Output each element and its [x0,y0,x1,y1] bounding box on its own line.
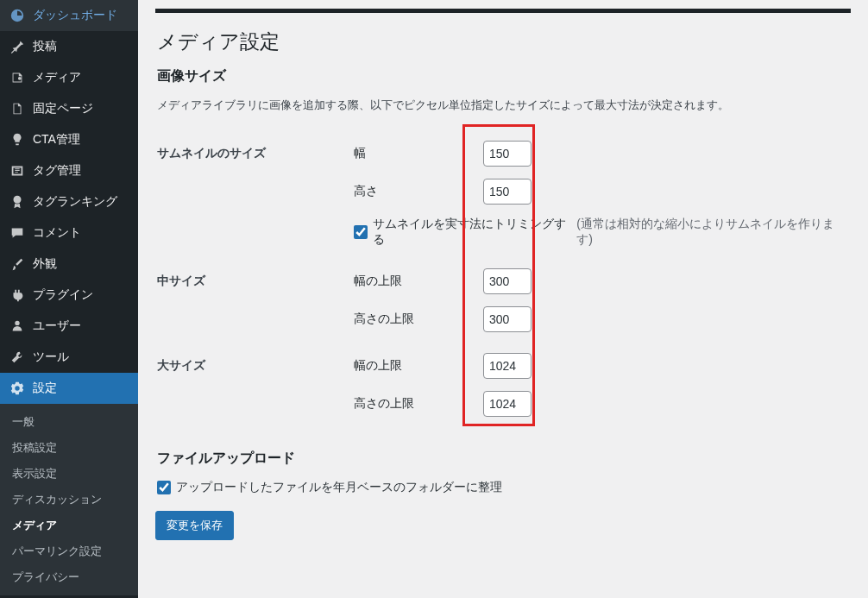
upload-organize-label: アップロードしたファイルを年月ベースのフォルダーに整理 [176,480,502,495]
sidebar-item-posts[interactable]: 投稿 [0,31,138,62]
award-icon [9,193,26,211]
sidebar-item-label: CTA管理 [33,132,80,148]
thumbnail-crop-hint: (通常は相対的な縮小によりサムネイルを作ります) [576,217,842,248]
medium-height-input[interactable] [483,306,531,332]
submenu-reading[interactable]: 表示設定 [0,461,138,487]
submenu-media[interactable]: メディア [0,513,138,538]
save-button[interactable]: 変更を保存 [155,511,234,540]
thumbnail-height-input[interactable] [483,179,531,205]
sidebar-item-pages[interactable]: 固定ページ [0,93,138,124]
medium-width-input[interactable] [483,268,531,294]
plugin-icon [9,286,26,304]
submenu-general[interactable]: 一般 [0,409,138,435]
image-sizes-heading: 画像サイズ [157,67,851,85]
sidebar-item-media[interactable]: メディア [0,62,138,93]
media-icon [9,69,26,86]
upload-heading: ファイルアップロード [157,450,851,468]
page-title: メディア設定 [157,28,851,55]
sidebar-item-label: 外観 [33,256,57,272]
large-height-label: 高さの上限 [354,396,483,412]
sidebar-item-tags[interactable]: タグ管理 [0,155,138,186]
large-width-label: 幅の上限 [354,358,483,374]
sidebar-item-label: ユーザー [33,318,81,334]
admin-sidebar: ダッシュボード 投稿 メディア 固定ページ CTA管理 タグ管理 [0,0,138,598]
submenu-privacy[interactable]: プライバシー [0,564,138,590]
thumbnail-width-input[interactable] [483,141,531,167]
sidebar-item-plugins[interactable]: プラグイン [0,280,138,311]
sidebar-item-label: メディア [33,70,81,85]
user-icon [9,318,26,335]
sidebar-item-label: タグランキング [33,194,117,210]
medium-width-label: 幅の上限 [354,274,483,289]
thumbnail-crop-checkbox[interactable] [354,225,368,239]
image-sizes-desc: メディアライブラリに画像を追加する際、以下でピクセル単位指定したサイズによって最… [157,98,851,113]
pin-icon [9,38,26,55]
sidebar-item-users[interactable]: ユーザー [0,311,138,342]
sidebar-item-label: コメント [33,225,81,241]
bulb-icon [9,131,26,148]
sidebar-item-cta[interactable]: CTA管理 [0,124,138,155]
tool-icon [9,349,26,366]
main-content: メディア設定 画像サイズ メディアライブラリに画像を追加する際、以下でピクセル単… [138,0,868,598]
sidebar-item-label: 固定ページ [33,101,93,116]
sidebar-item-dashboard[interactable]: ダッシュボード [0,0,138,31]
settings-icon [9,380,26,397]
sidebar-item-label: ダッシュボード [33,8,117,23]
comment-icon [9,224,26,242]
sidebar-item-tools[interactable]: ツール [0,342,138,373]
sidebar-item-comments[interactable]: コメント [0,217,138,249]
tag-icon [9,162,26,179]
admin-bar [155,9,851,13]
medium-row-label: 中サイズ [155,258,345,343]
submenu-discussion[interactable]: ディスカッション [0,487,138,513]
large-width-input[interactable] [483,353,531,379]
sidebar-item-settings[interactable]: 設定 [0,373,138,404]
thumbnail-crop-label: サムネイルを実寸法にトリミングする [373,217,572,248]
sidebar-item-label: 設定 [33,381,57,396]
medium-height-label: 高さの上限 [354,312,483,327]
sidebar-item-tag-ranking[interactable]: タグランキング [0,186,138,217]
large-row-label: 大サイズ [155,343,345,427]
image-sizes-table: サムネイルのサイズ 幅 高さ サムネイルを実寸法にトリミングする (通常は相対的… [155,130,851,427]
settings-submenu: 一般 投稿設定 表示設定 ディスカッション メディア パーマリンク設定 プライバ… [0,404,138,595]
submenu-writing[interactable]: 投稿設定 [0,435,138,461]
page-icon [9,100,26,117]
thumbnail-width-label: 幅 [354,146,483,161]
upload-organize-checkbox[interactable] [157,481,171,494]
submenu-permalink[interactable]: パーマリンク設定 [0,538,138,564]
thumbnail-height-label: 高さ [354,184,483,199]
large-height-input[interactable] [483,391,531,417]
sidebar-item-label: プラグイン [33,287,93,303]
sidebar-item-appearance[interactable]: 外観 [0,249,138,280]
thumbnail-row-label: サムネイルのサイズ [155,130,345,258]
sidebar-item-label: 投稿 [33,39,57,54]
brush-icon [9,255,26,273]
sidebar-item-label: タグ管理 [33,163,81,179]
dashboard-icon [9,7,26,24]
sidebar-item-label: ツール [33,349,69,365]
